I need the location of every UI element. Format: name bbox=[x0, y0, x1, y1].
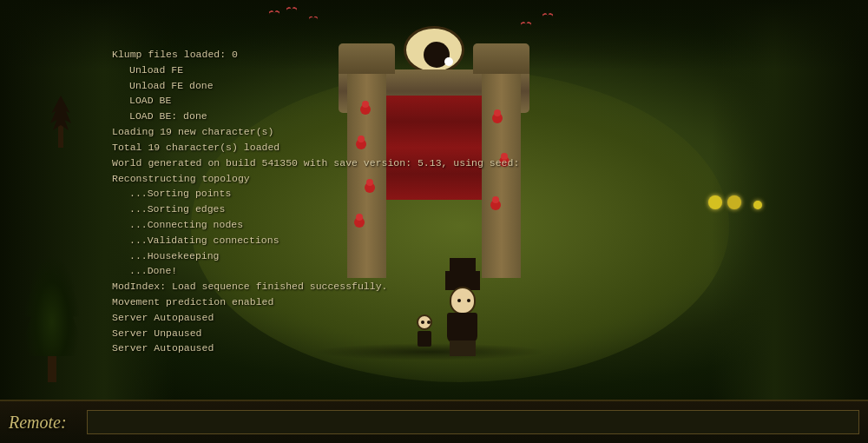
char-eye-left bbox=[457, 299, 461, 302]
bare-tree bbox=[48, 96, 74, 148]
log-line: Total 19 character(s) loaded bbox=[112, 140, 452, 155]
flower-2 bbox=[727, 195, 741, 209]
flower-cluster bbox=[707, 191, 764, 215]
log-line: Server Unpaused bbox=[112, 326, 452, 341]
bottom-bar: Remote: bbox=[0, 400, 868, 443]
log-line: Server Autopaused bbox=[112, 341, 452, 356]
bird-5 bbox=[542, 13, 553, 18]
log-line: Unload FE bbox=[112, 63, 452, 78]
rose-decoration-5 bbox=[492, 113, 503, 123]
console-log: Klump files loaded: 0Unload FEUnload FE … bbox=[108, 43, 456, 360]
dark-tree-left bbox=[17, 243, 87, 382]
log-line: Klump files loaded: 0 bbox=[112, 47, 452, 63]
flower-3 bbox=[753, 201, 762, 209]
bird-3 bbox=[309, 17, 318, 21]
pillar-right bbox=[482, 69, 521, 278]
log-line: Server Autopaused bbox=[112, 310, 452, 326]
log-line: ...Connecting nodes bbox=[112, 217, 452, 233]
log-line: ...Done! bbox=[112, 263, 452, 279]
log-line: ...Housekeeping bbox=[112, 248, 452, 264]
log-line: World generated on build 541350 with sav… bbox=[112, 155, 452, 171]
log-line: Reconstructing topology bbox=[112, 171, 452, 187]
remote-input[interactable] bbox=[87, 410, 859, 434]
log-line: ...Sorting points bbox=[112, 186, 452, 202]
char-eye-right bbox=[467, 299, 470, 302]
log-line: LOAD BE: done bbox=[112, 109, 452, 124]
log-line: ...Validating connections bbox=[112, 233, 452, 248]
rose-decoration-7 bbox=[490, 200, 501, 210]
log-line: LOAD BE bbox=[112, 93, 452, 109]
log-line: Unload FE done bbox=[112, 78, 452, 94]
log-line: Loading 19 new character(s) bbox=[112, 124, 452, 140]
bird-1 bbox=[269, 10, 279, 16]
bird-2 bbox=[286, 7, 297, 12]
flower-1 bbox=[708, 195, 722, 209]
remote-label: Remote: bbox=[9, 413, 78, 433]
log-line: Movement prediction enabled bbox=[112, 294, 452, 310]
log-line: ...Sorting edges bbox=[112, 202, 452, 217]
game-world: Klump files loaded: 0Unload FEUnload FE … bbox=[0, 0, 868, 400]
log-line: ModIndex: Load sequence finished success… bbox=[112, 279, 452, 294]
